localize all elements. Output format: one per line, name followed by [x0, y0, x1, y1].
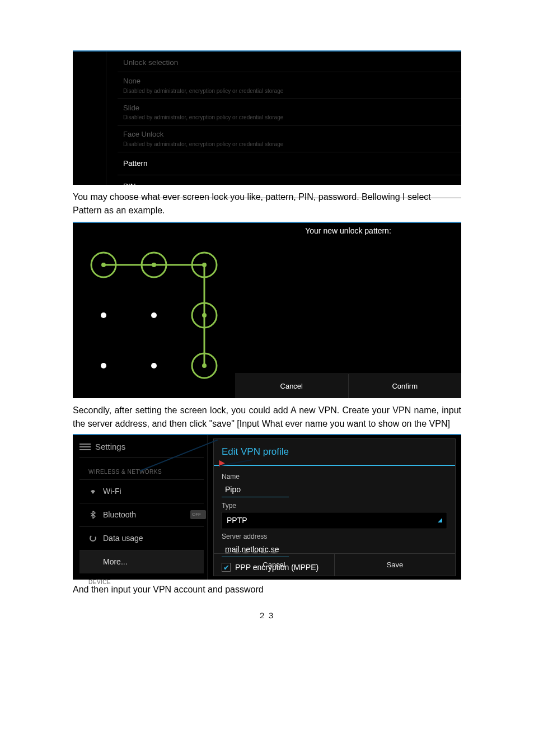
- pattern-screenshot: Your new unlock pattern: Cancel Confirm: [73, 222, 461, 398]
- page-number: ２３: [73, 610, 461, 622]
- svg-point-19: [90, 535, 96, 541]
- svg-point-9: [202, 263, 207, 267]
- option-pattern-label: Pattern: [123, 158, 461, 169]
- svg-point-13: [202, 363, 207, 368]
- pattern-button-bar: Cancel Confirm: [235, 374, 461, 398]
- option-face-unlock-sub: Disabled by administrator, encryption po…: [123, 140, 461, 148]
- server-label: Server address: [222, 531, 447, 542]
- pattern-entry-area[interactable]: [73, 223, 235, 398]
- callout-line: [140, 440, 218, 473]
- nav-bluetooth[interactable]: Bluetooth OFF: [79, 503, 204, 526]
- nav-wifi[interactable]: Wi-Fi: [79, 479, 204, 503]
- nav-wifi-label: Wi-Fi: [103, 486, 121, 497]
- settings-main: Edit VPN profile Name Pipo Type PPTP Ser…: [207, 435, 461, 580]
- dialog-cancel-button[interactable]: Cancel: [214, 554, 334, 576]
- option-password-label: Password: [123, 204, 461, 215]
- nav-more-label: More...: [103, 556, 128, 568]
- option-none-sub: Disabled by administrator, encryption po…: [123, 87, 461, 95]
- bluetooth-icon: [88, 511, 97, 519]
- type-label: Type: [222, 501, 447, 511]
- svg-point-5: [101, 263, 106, 267]
- type-value: PPTP: [227, 515, 247, 526]
- nav-more[interactable]: More...: [79, 550, 204, 573]
- settings-title: Settings: [95, 441, 125, 454]
- option-none: None Disabled by administrator, encrypti…: [118, 72, 461, 99]
- pattern-right-panel: Your new unlock pattern: Cancel Confirm: [235, 223, 461, 398]
- edit-vpn-dialog: Edit VPN profile Name Pipo Type PPTP Ser…: [213, 438, 456, 576]
- svg-point-17: [151, 363, 157, 368]
- type-spinner[interactable]: PPTP: [222, 512, 447, 529]
- svg-point-16: [101, 363, 106, 368]
- wifi-icon: [88, 488, 97, 494]
- settings-nav-placeholder: [73, 52, 106, 185]
- option-slide-sub: Disabled by administrator, encryption po…: [123, 113, 461, 122]
- category-device: DEVICE: [79, 577, 204, 590]
- name-input[interactable]: Pipo: [222, 483, 289, 497]
- option-slide-label: Slide: [123, 102, 461, 114]
- option-pattern[interactable]: Pattern: [118, 152, 461, 175]
- dialog-title: Edit VPN profile: [214, 439, 455, 466]
- unlock-selection-title: Unlock selection: [118, 55, 461, 72]
- paragraph-2: Secondly, after setting the screen lock,…: [73, 404, 461, 431]
- unlock-selection-list: Unlock selection None Disabled by admini…: [106, 52, 461, 185]
- svg-line-18: [140, 440, 218, 471]
- option-none-label: None: [123, 76, 461, 87]
- option-face-unlock-label: Face Unlock: [123, 129, 461, 140]
- svg-point-11: [202, 313, 207, 318]
- option-face-unlock: Face Unlock Disabled by administrator, e…: [118, 125, 461, 152]
- pattern-cancel-button[interactable]: Cancel: [235, 374, 348, 398]
- svg-point-15: [151, 312, 157, 318]
- spinner-triangle-icon: [438, 518, 442, 522]
- name-label: Name: [222, 472, 447, 482]
- pattern-prompt: Your new unlock pattern:: [235, 223, 461, 237]
- nav-bluetooth-label: Bluetooth: [103, 509, 136, 521]
- data-usage-icon: [88, 534, 97, 542]
- dialog-buttons: Cancel Save: [214, 553, 455, 576]
- svg-point-7: [152, 263, 156, 267]
- option-slide: Slide Disabled by administrator, encrypt…: [118, 99, 461, 125]
- pattern-confirm-button[interactable]: Confirm: [348, 374, 462, 398]
- vpn-profile-screenshot: Settings WIRELESS & NETWORKS Wi-Fi Bluet…: [73, 434, 461, 580]
- dialog-save-button[interactable]: Save: [334, 554, 455, 576]
- nav-data-usage-label: Data usage: [103, 533, 143, 544]
- nav-data-usage[interactable]: Data usage: [79, 526, 204, 550]
- svg-point-14: [101, 312, 106, 318]
- bluetooth-toggle[interactable]: OFF: [190, 510, 206, 519]
- pattern-grid[interactable]: [84, 240, 224, 380]
- unlock-selection-screenshot: Unlock selection None Disabled by admini…: [73, 50, 461, 185]
- settings-icon: [79, 443, 91, 451]
